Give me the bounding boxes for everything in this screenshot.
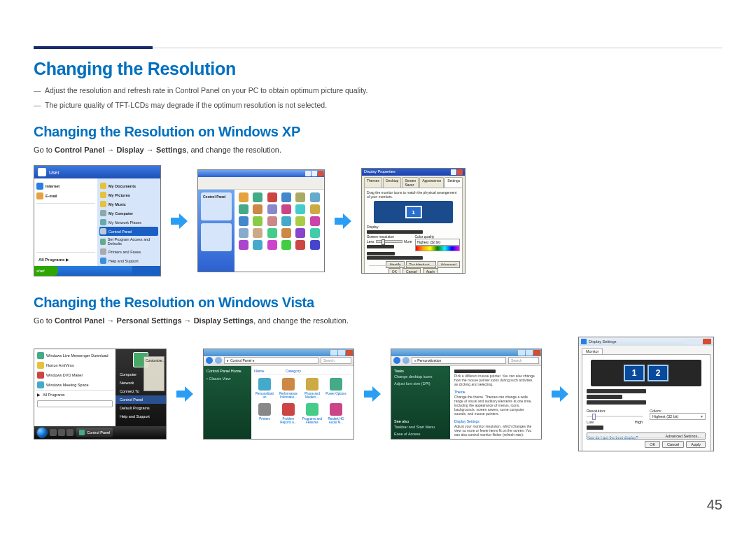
power-item[interactable]: Power Options: [326, 378, 346, 399]
resolution-slider[interactable]: [376, 240, 403, 243]
cp-icon[interactable]: [295, 240, 305, 250]
checkbox-redacted[interactable]: [367, 256, 423, 260]
phone-item[interactable]: Phone and Modem ...: [302, 378, 323, 399]
monitor-2-icon[interactable]: 2: [648, 365, 668, 381]
cp-icon[interactable]: [239, 204, 248, 214]
help-button[interactable]: [451, 169, 456, 175]
system-tray[interactable]: [132, 266, 160, 276]
cp-icon[interactable]: [253, 192, 262, 202]
maximize-button[interactable]: [694, 339, 702, 344]
checkbox-redacted[interactable]: [587, 395, 622, 399]
cancel-button[interactable]: Cancel: [662, 441, 684, 448]
quicklaunch-icon[interactable]: [50, 429, 57, 436]
cp-icon[interactable]: [281, 228, 291, 238]
close-button[interactable]: [457, 169, 463, 175]
col-category[interactable]: Category: [286, 369, 301, 373]
back-button[interactable]: [393, 357, 400, 364]
apply-button[interactable]: Apply: [686, 441, 706, 448]
back-button[interactable]: [206, 357, 213, 364]
checkbox-redacted[interactable]: [367, 252, 395, 255]
cp-icon[interactable]: [253, 204, 262, 214]
my-pictures-item[interactable]: My Pictures: [108, 193, 130, 197]
tab-settings[interactable]: Settings: [444, 177, 463, 188]
ok-button[interactable]: OK: [645, 441, 660, 448]
dvd-item[interactable]: Windows DVD Maker: [46, 373, 83, 377]
cp-icon[interactable]: [239, 240, 248, 250]
maximize-button[interactable]: [338, 350, 345, 356]
monitor-preview[interactable]: 1 2: [591, 360, 701, 386]
close-button[interactable]: [318, 171, 323, 176]
printers-item[interactable]: Printers: [254, 403, 275, 424]
default-programs-item[interactable]: Default Programs: [115, 404, 166, 412]
forward-button[interactable]: [215, 357, 222, 364]
cp-icon[interactable]: [310, 192, 320, 202]
display-value[interactable]: [367, 230, 423, 234]
cp-icon[interactable]: [295, 228, 305, 238]
resolution-slider[interactable]: [587, 416, 643, 417]
search-input[interactable]: Search: [321, 357, 351, 364]
taskbar-link[interactable]: Taskbar and Start Menu: [394, 423, 447, 430]
my-computer-item[interactable]: My Computer: [108, 211, 133, 216]
start-button[interactable]: start: [34, 266, 58, 276]
minimize-button[interactable]: [518, 350, 525, 356]
minimize-button[interactable]: [305, 171, 311, 176]
quicklaunch-icon[interactable]: [58, 429, 65, 436]
meeting-item[interactable]: Windows Meeting Space: [46, 383, 89, 387]
cp-icon[interactable]: [253, 240, 262, 250]
cp-icon[interactable]: [281, 240, 291, 250]
display-settings-link[interactable]: Display Settings: [454, 419, 537, 423]
tab-desktop[interactable]: Desktop: [383, 177, 401, 188]
cp-icon[interactable]: [310, 216, 320, 226]
cp-icon[interactable]: [295, 204, 305, 214]
all-programs-item[interactable]: ▶ All Programs: [36, 390, 114, 399]
help-item[interactable]: Help and Support: [108, 259, 139, 263]
close-button[interactable]: [346, 350, 353, 356]
tab-appearance[interactable]: Appearance: [419, 177, 444, 188]
close-button[interactable]: [533, 350, 540, 356]
close-button[interactable]: [703, 339, 711, 344]
adjust-font-link[interactable]: Adjust font size (DPI): [394, 380, 447, 387]
tab-screensaver[interactable]: Screen Saver: [402, 177, 419, 188]
theme-link[interactable]: Theme: [454, 390, 537, 394]
cp-icon[interactable]: [281, 192, 291, 202]
cp-icon[interactable]: [267, 192, 277, 202]
wlm-item[interactable]: Windows Live Messenger Download: [46, 353, 108, 358]
change-icons-link[interactable]: Change desktop icons: [394, 373, 447, 380]
cp-icon[interactable]: [239, 216, 248, 226]
search-input[interactable]: Search: [508, 357, 539, 364]
problem-item[interactable]: Problem Reports a...: [278, 403, 299, 424]
my-music-item[interactable]: My Music: [108, 202, 126, 206]
forward-button[interactable]: [402, 357, 410, 364]
internet-item[interactable]: Internet: [46, 184, 59, 188]
cp-icon[interactable]: [310, 204, 320, 214]
norton-item[interactable]: Norton AntiVirus: [46, 363, 74, 367]
taskbar-item[interactable]: Control Panel: [76, 428, 113, 437]
cancel-button[interactable]: Cancel: [402, 268, 421, 274]
my-network-item[interactable]: My Network Places: [108, 220, 141, 225]
cp-icon[interactable]: [295, 216, 305, 226]
mouse-pointers-head[interactable]: [454, 370, 496, 373]
ease-link[interactable]: Ease of Access: [394, 430, 447, 437]
cp-icon[interactable]: [267, 240, 277, 250]
cp-icon[interactable]: [253, 228, 262, 238]
printers-item[interactable]: Printers and Faxes: [108, 250, 141, 254]
cp-icon[interactable]: [281, 204, 291, 214]
set-program-item[interactable]: Set Program Access and Defaults: [108, 237, 158, 246]
cp-icon[interactable]: [267, 204, 277, 214]
cp-icon[interactable]: [310, 240, 320, 250]
monitor-dropdown[interactable]: [587, 389, 646, 393]
maximize-button[interactable]: [312, 171, 317, 176]
performance-item[interactable]: Performance Informatio...: [278, 378, 299, 399]
monitor-tab[interactable]: Monitor: [582, 348, 603, 354]
my-documents-item[interactable]: My Documents: [108, 184, 136, 188]
cp-icon[interactable]: [281, 216, 291, 226]
control-panel-item[interactable]: Control Panel: [99, 227, 158, 236]
all-programs-item[interactable]: All Programs ▶: [36, 255, 95, 264]
cp-icon[interactable]: [310, 228, 320, 238]
monitor-1-icon[interactable]: 1: [405, 206, 422, 218]
color-dropdown[interactable]: Highest (32 bit): [415, 239, 461, 246]
control-panel-item[interactable]: Control Panel: [115, 395, 166, 404]
start-search-input[interactable]: [37, 400, 113, 407]
checkbox-redacted[interactable]: [587, 400, 646, 405]
monitor-preview[interactable]: 1: [374, 201, 453, 223]
